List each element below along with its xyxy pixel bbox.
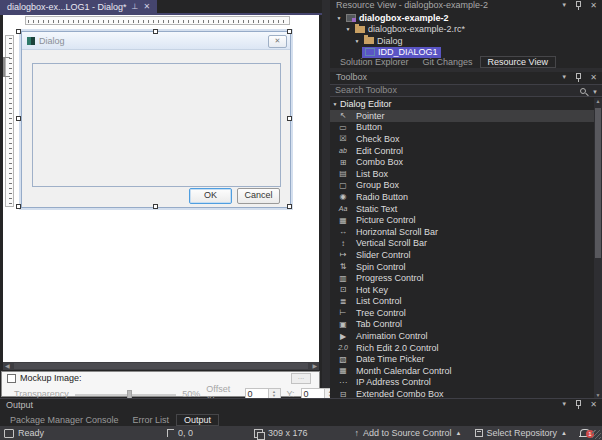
toolbox-item-list-control[interactable]: ≣List Control	[330, 296, 594, 308]
tab-solution-explorer[interactable]: Solution Explorer	[333, 56, 416, 68]
dialog-close-button[interactable]: ✕	[268, 35, 287, 48]
toolbox-search-input[interactable]: Search Toolbox ▼	[330, 84, 602, 97]
resource-view-header[interactable]: Resource View - dialogbox-example-2 ▼ ✕	[330, 0, 602, 11]
toolbox-item-horizontal-scroll-bar[interactable]: ↔Horizontal Scroll Bar	[330, 226, 594, 238]
toolbox-item-pointer[interactable]: ↖Pointer	[330, 110, 594, 122]
resource-view-panel: Resource View - dialogbox-example-2 ▼ ✕ …	[330, 0, 602, 68]
dialog-preview[interactable]: Dialog ✕ OK Cancel	[21, 31, 291, 208]
ok-button[interactable]: OK	[189, 188, 232, 204]
output-tabs: Package Manager ConsoleError ListOutput	[3, 414, 219, 426]
cancel-button[interactable]: Cancel	[237, 188, 280, 204]
toolbox-item-label: Edit Control	[356, 146, 403, 156]
window-position-icon[interactable]: ▼	[561, 73, 567, 82]
toolbox-header[interactable]: Toolbox ▼ ✕	[330, 72, 602, 83]
toolbox-item-list-box[interactable]: ▤List Box	[330, 168, 594, 180]
editor-horizontal-scrollbar[interactable]: ◀ ▶	[3, 362, 319, 370]
expander-icon[interactable]: ▼	[353, 38, 361, 44]
select-repository-button[interactable]: Select Repository ▲	[475, 426, 568, 440]
toolbox-group-header[interactable]: ▼ Dialog Editor	[330, 98, 594, 110]
toolbox-item-animation-control[interactable]: ▶Animation Control	[330, 330, 594, 342]
list-box-icon: ▤	[336, 168, 350, 179]
tab-resource-view[interactable]: Resource View	[480, 56, 556, 68]
toolbox-item-label: Vertical Scroll Bar	[356, 238, 427, 248]
selection-handle-bottom-right[interactable]	[287, 204, 292, 209]
tab-package-manager-console[interactable]: Package Manager Console	[3, 414, 126, 426]
scroll-up-icon[interactable]: ▲	[594, 98, 602, 104]
tree-item-dialogbox-example-2-rc[interactable]: ▼dialogbox-example-2.rc*	[330, 24, 602, 36]
tree-item-label: dialogbox-example-2.rc*	[368, 24, 465, 34]
selection-handle-mid-left[interactable]	[16, 116, 21, 121]
feedback-icon[interactable]	[4, 429, 14, 438]
rich-edit-2-icon: 2.0	[336, 342, 350, 353]
close-icon[interactable]: ✕	[590, 400, 597, 409]
toolbox-item-radio-button[interactable]: ◉Radio Button	[330, 191, 594, 203]
tree-item-dialogbox-example-2[interactable]: ▼dialogbox-example-2	[330, 12, 602, 24]
close-icon[interactable]: ✕	[590, 73, 597, 82]
toolbox-item-rich-edit-2-0-control[interactable]: 2.0Rich Edit 2.0 Control	[330, 342, 594, 354]
scrollbar-thumb[interactable]	[595, 108, 601, 258]
toolbox-item-static-text[interactable]: AaStatic Text	[330, 203, 594, 215]
toolbox-item-slider-control[interactable]: ↦Slider Control	[330, 249, 594, 261]
pin-icon[interactable]	[575, 73, 582, 82]
toolbox-item-button[interactable]: ▭Button	[330, 122, 594, 134]
close-icon[interactable]: ✕	[144, 2, 151, 11]
tab-git-changes[interactable]: Git Changes	[416, 56, 480, 68]
toolbox-item-ip-address-control[interactable]: ⋯IP Address Control	[330, 377, 594, 389]
toolbox-item-date-time-picker[interactable]: ▧Date Time Picker	[330, 353, 594, 365]
pin-icon[interactable]	[575, 400, 582, 409]
document-tab-title: dialogbox-ex...LOG1 - Dialog*	[7, 2, 127, 12]
toolbox-scrollbar[interactable]: ▲ ▼	[594, 98, 602, 398]
selection-handle-bottom-left[interactable]	[16, 204, 21, 209]
resize-grip[interactable]	[592, 430, 601, 439]
document-tab[interactable]: dialogbox-ex...LOG1 - Dialog* ⊥ ✕	[0, 0, 157, 13]
toolbox-item-spin-control[interactable]: ⇅Spin Control	[330, 261, 594, 273]
selection-handle-top-center[interactable]	[153, 29, 158, 34]
pin-icon[interactable]	[575, 1, 582, 10]
toolbox-item-month-calendar-control[interactable]: ▦Month Calendar Control	[330, 365, 594, 377]
tab-error-list[interactable]: Error List	[126, 414, 177, 426]
add-to-source-control-button[interactable]: ↑ Add to Source Control ▲	[354, 426, 461, 440]
search-icon[interactable]	[579, 87, 589, 97]
progress-control-icon: ▥	[336, 273, 350, 284]
toolbox-item-extended-combo-box[interactable]: ⊟Extended Combo Box	[330, 388, 594, 398]
tree-item-content[interactable]: dialogbox-example-2.rc*	[352, 24, 468, 35]
mockup-browse-button[interactable]: ...	[291, 373, 311, 384]
toolbox-item-vertical-scroll-bar[interactable]: ↕Vertical Scroll Bar	[330, 238, 594, 250]
tree-item-content[interactable]: dialogbox-example-2	[343, 12, 452, 23]
chevron-down-icon[interactable]: ▼	[592, 88, 598, 97]
tree-item-dialog[interactable]: ▼Dialog	[330, 35, 602, 47]
selection-handle-mid-right[interactable]	[287, 116, 292, 121]
mockup-image-checkbox[interactable]	[7, 374, 16, 383]
toolbox-item-progress-control[interactable]: ▥Progress Control	[330, 272, 594, 284]
chevron-icon: ▲	[561, 426, 567, 440]
toolbox-item-tab-control[interactable]: ▣Tab Control	[330, 319, 594, 331]
toolbox-item-combo-box[interactable]: ⊞Combo Box	[330, 156, 594, 168]
pointer-icon: ↖	[336, 110, 350, 121]
scroll-left-icon[interactable]: ◀	[3, 362, 12, 370]
scrollbar-thumb[interactable]	[14, 363, 309, 369]
tab-output[interactable]: Output	[176, 414, 219, 426]
toolbox-item-tree-control[interactable]: ⊢Tree Control	[330, 307, 594, 319]
toolbox-item-check-box[interactable]: ☒Check Box	[330, 133, 594, 145]
toolbox-item-hot-key[interactable]: ⊡Hot Key	[330, 284, 594, 296]
toolbox-item-picture-control[interactable]: ▦Picture Control	[330, 214, 594, 226]
selection-handle-top-left[interactable]	[16, 29, 21, 34]
expander-icon[interactable]: ▼	[344, 26, 352, 32]
toolbox-item-edit-control[interactable]: abEdit Control	[330, 145, 594, 157]
add-to-source-control-label: Add to Source Control	[363, 426, 452, 440]
toolbox-item-group-box[interactable]: ▢Group Box	[330, 180, 594, 192]
pin-icon[interactable]: ⊥	[132, 2, 139, 11]
close-icon[interactable]: ✕	[590, 1, 597, 10]
selection-handle-bottom-center[interactable]	[153, 204, 158, 209]
repository-icon	[475, 429, 483, 437]
up-arrow-icon: ↑	[354, 426, 359, 440]
tree-item-content[interactable]: Dialog	[361, 35, 406, 46]
window-position-icon[interactable]: ▼	[561, 1, 567, 10]
expander-icon[interactable]: ▼	[330, 101, 340, 107]
scroll-right-icon[interactable]: ▶	[310, 362, 319, 370]
output-header[interactable]: Output ▼ ✕	[0, 399, 602, 411]
selection-handle-top-right[interactable]	[287, 29, 292, 34]
expander-icon[interactable]: ▼	[335, 15, 343, 21]
dialog-designer-canvas[interactable]: Dialog ✕ OK Cancel	[3, 15, 319, 362]
window-position-icon[interactable]: ▼	[561, 400, 567, 409]
